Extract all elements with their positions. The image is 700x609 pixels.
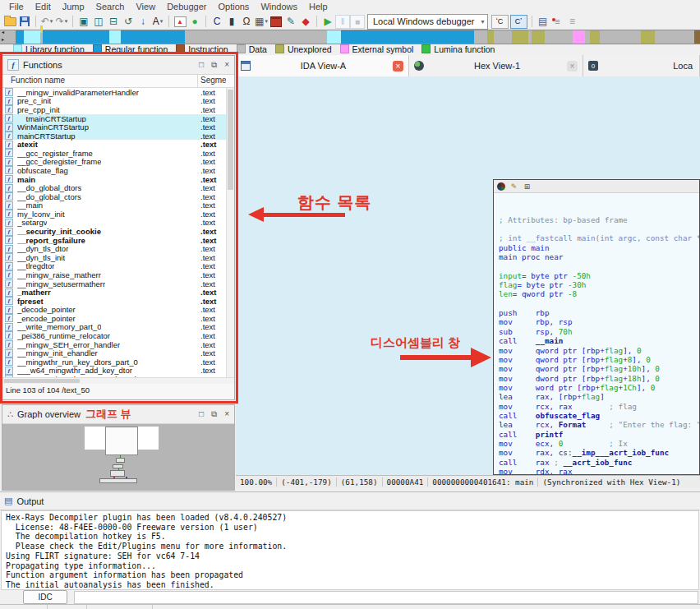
disassembly-line[interactable]: len= qword ptr -8 <box>499 289 699 298</box>
menu-item-help[interactable]: Help <box>303 2 334 12</box>
nav-right-icon[interactable]: ▸ <box>2 37 12 43</box>
nav-band-arrows[interactable]: ◂▸ <box>2 30 12 43</box>
function-row[interactable]: f_matherr.text <box>2 288 234 297</box>
save-file-icon[interactable] <box>17 15 32 29</box>
close-icon[interactable]: × <box>224 60 229 70</box>
function-row[interactable]: f__report_gsfailure.text <box>2 236 234 245</box>
create-function-icon[interactable]: C <box>210 15 224 29</box>
start-debugger-icon[interactable]: ▶ <box>320 15 335 29</box>
disassembly-line[interactable]: mov dword ptr [rbp+flag+18h], 0 <box>499 374 699 383</box>
output-titlebar[interactable]: ▤ Output <box>0 492 700 510</box>
scrollbar-thumb[interactable] <box>4 379 80 383</box>
function-row[interactable]: fmainCRTStartup.text <box>2 131 234 141</box>
open-structures-icon[interactable]: ◫ <box>91 15 106 29</box>
disassembly-line[interactable]: mov ecx, 0 ; Ix <box>499 439 699 448</box>
types-icon[interactable]: Ω <box>239 15 254 29</box>
function-row[interactable]: fmain.text <box>2 175 234 184</box>
function-row[interactable]: f__mingw_SEH_error_handler.text <box>2 340 234 349</box>
close-tab-icon[interactable]: × <box>567 61 578 72</box>
function-row[interactable]: f__mingw_raise_matherr.text <box>2 270 234 279</box>
edit-icon[interactable]: ✎ <box>509 182 518 191</box>
functions-panel-titlebar[interactable]: f Functions □⧉× <box>2 56 234 75</box>
function-row[interactable]: f__gcc_deregister_frame.text <box>2 158 234 167</box>
tab-hex-view-1[interactable]: Hex View-1× <box>409 55 583 76</box>
nav-band-segment[interactable] <box>573 30 585 44</box>
disassembly-line[interactable]: main proc near <box>499 252 699 261</box>
nav-band-segment[interactable] <box>121 30 185 44</box>
column-function-name[interactable]: Function name <box>11 76 65 85</box>
tab-ida-view-a[interactable]: IDA View-A× <box>236 55 409 76</box>
menu-item-edit[interactable]: Edit <box>30 2 57 12</box>
nav-band-segment[interactable] <box>16 30 24 44</box>
function-row[interactable]: fpre_c_init.text <box>2 97 234 106</box>
pause-debugger-icon[interactable]: ‖ <box>335 15 350 29</box>
disassembly-line[interactable]: call printf <box>499 430 699 439</box>
segments-icon[interactable]: ▮ <box>224 15 239 29</box>
open-enums-icon[interactable]: ⊟ <box>106 15 121 29</box>
function-row[interactable]: f__gcc_register_frame.text <box>2 149 234 158</box>
function-row[interactable]: fmy_lconv_init.text <box>2 210 234 219</box>
disassembly-line[interactable]: mov qword ptr [rbp+flag+8], 0 <box>499 355 699 364</box>
menu-item-debugger[interactable]: Debugger <box>161 2 212 12</box>
disassembly-line[interactable]: mov rbp, rsp <box>499 317 699 326</box>
new-window-icon[interactable]: ⊞ <box>523 182 532 191</box>
nav-band-segment[interactable] <box>24 30 40 44</box>
disassembly-line[interactable]: push rbp <box>499 308 699 317</box>
idc-tab-button[interactable]: IDC <box>23 590 67 604</box>
debugger-options-button[interactable]: ʻC <box>491 15 509 29</box>
disassembly-line[interactable]: call rax ; __acrt_iob_func <box>499 458 699 467</box>
function-row[interactable]: f__mingw_init_ehandler.text <box>2 348 234 358</box>
disassembly-line[interactable]: input= byte ptr -50h <box>499 271 699 280</box>
scrollbar-thumb[interactable] <box>228 90 233 190</box>
nav-band-segment[interactable] <box>590 30 600 44</box>
breakpoint-list-icon[interactable] <box>550 15 565 29</box>
disassembly-line[interactable]: mov word ptr [rbp+flag+1Ch], 0 <box>499 383 699 392</box>
disassembly-line[interactable]: sub rsp, 70h <box>499 327 699 336</box>
stack-trace-icon[interactable]: ▤ <box>536 15 550 29</box>
disassembly-line[interactable]: public main <box>499 243 699 252</box>
graph-overview-minimap[interactable] <box>2 424 234 490</box>
output-log[interactable]: Hex-Rays Decompiler plugin has been load… <box>1 510 699 590</box>
search-text-icon[interactable]: A▾ <box>150 15 165 29</box>
disassembly-line[interactable]: lea rcx, Format ; "Enter the flag: " <box>499 420 699 429</box>
menu-item-file[interactable]: File <box>3 2 30 12</box>
maximize-icon[interactable]: □ <box>199 409 204 419</box>
function-row[interactable]: f_decode_pointer.text <box>2 305 234 314</box>
menu-item-windows[interactable]: Windows <box>255 2 303 12</box>
disassembly-line[interactable] <box>499 299 699 308</box>
float-icon[interactable]: ⧉ <box>211 60 217 70</box>
quick-debug-button[interactable]: Cʼ <box>510 15 527 29</box>
tab-local-types[interactable]: 0Loca <box>583 55 700 76</box>
set-colors-icon[interactable] <box>173 15 187 29</box>
lumina-icon[interactable]: ● <box>187 15 202 29</box>
nav-left-icon[interactable]: ◂ <box>2 30 12 35</box>
module-list-icon[interactable]: ≡ <box>565 15 580 29</box>
function-row[interactable]: f__do_global_ctors.text <box>2 192 234 201</box>
disassembly-line[interactable] <box>499 205 699 215</box>
menu-item-options[interactable]: Options <box>212 2 255 12</box>
debugger-select[interactable]: Local Windows debugger▾ <box>367 14 488 30</box>
stop-debugger-icon[interactable]: ■ <box>350 15 365 29</box>
menu-item-jump[interactable]: Jump <box>57 2 90 12</box>
function-row[interactable]: f__dyn_tls_init.text <box>2 253 234 262</box>
maximize-icon[interactable]: □ <box>199 60 204 70</box>
function-row[interactable]: fatexit.text <box>2 140 234 149</box>
disassembly-line[interactable]: call __main <box>499 336 699 345</box>
disassembly-line[interactable] <box>499 261 699 270</box>
disassembly-line[interactable]: call obfuscate_flag <box>499 411 699 420</box>
nav-band-segment[interactable] <box>512 30 528 44</box>
function-row[interactable]: f_encode_pointer.text <box>2 314 234 323</box>
function-row[interactable]: fpre_cpp_init.text <box>2 105 234 114</box>
function-row[interactable]: f__mingw_setusermatherr.text <box>2 279 234 288</box>
terminate-process-icon[interactable] <box>269 15 283 29</box>
close-icon[interactable]: × <box>224 409 229 419</box>
float-icon[interactable]: ⧉ <box>211 409 217 419</box>
nav-band-segment[interactable] <box>43 30 109 44</box>
nav-band-segment[interactable] <box>694 30 700 44</box>
disassembly-line[interactable]: mov rcx, rax ; flag <box>499 402 699 411</box>
nav-band-segment[interactable] <box>327 30 341 44</box>
reanalyze-icon[interactable]: ↺ <box>121 15 136 29</box>
function-row[interactable]: f___w64_mingwthr_add_key_dtor.text <box>2 367 234 376</box>
disassembly-line[interactable]: ; Attributes: bp-based frame <box>499 215 699 224</box>
disassembly-line[interactable] <box>499 196 699 205</box>
